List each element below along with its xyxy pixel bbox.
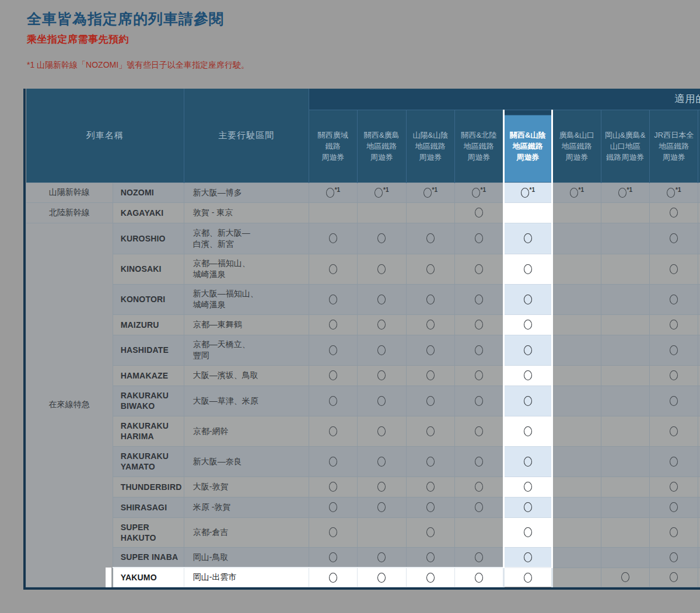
available-circle-icon — [524, 527, 532, 537]
pass-cell — [406, 386, 454, 416]
pass-cell — [503, 477, 552, 497]
pass-cell — [650, 314, 698, 335]
note-ref-mark: *1 — [676, 187, 681, 193]
category-cell: 北陸新幹線 — [26, 202, 113, 223]
available-circle-icon — [475, 396, 483, 406]
row-highlight-glow — [106, 568, 111, 587]
train-name-cell: NOZOMI — [113, 183, 184, 202]
available-circle-icon — [426, 426, 435, 436]
pass-cell — [406, 314, 454, 335]
pass-column-header[interactable]: 岡山&廣島&山口地區鐵路周遊券 — [601, 110, 649, 183]
available-circle-icon — [329, 295, 337, 304]
table-row: RAKURAKUBIWAKO大阪—草津、米原 — [26, 386, 700, 416]
pass-cell — [406, 202, 454, 223]
available-circle-icon — [377, 573, 386, 583]
available-circle-icon — [472, 188, 480, 198]
page-subtitle: 乘坐指定席需事先預約 — [27, 33, 129, 46]
pass-cell — [552, 477, 601, 497]
pass-cell — [601, 223, 649, 254]
available-circle-icon — [426, 264, 435, 274]
note-ref-mark: *1 — [383, 187, 388, 193]
available-circle-icon — [524, 295, 532, 304]
note-ref-mark: *1 — [579, 187, 584, 193]
pass-cell — [601, 284, 649, 314]
table-row: SUPER INABA岡山-鳥取 — [26, 547, 700, 568]
pass-cell — [455, 446, 503, 477]
pass-cell — [309, 202, 357, 223]
available-circle-icon — [377, 233, 386, 243]
available-circle-icon — [475, 295, 483, 304]
route-cell: 京都—福知山、城崎溫泉 — [184, 254, 309, 284]
train-name-cell: KONOTORI — [113, 284, 184, 314]
pass-cell — [503, 314, 552, 335]
pass-cell — [552, 497, 601, 517]
available-circle-icon — [524, 502, 532, 512]
available-circle-icon — [426, 370, 435, 380]
pass-cell — [503, 223, 552, 254]
available-circle-icon — [670, 233, 678, 243]
pass-cell — [309, 446, 357, 477]
pass-column-header-active[interactable]: 關西&山陰地區鐵路周遊券 — [503, 110, 552, 183]
table-row: MAIZURU京都—東舞鶴 — [26, 314, 700, 335]
available-circle-icon — [426, 320, 435, 330]
table-row: RAKURAKUYAMATO新大阪—奈良 — [26, 446, 700, 477]
pass-column-header[interactable]: JR西日本全地區鐵路周遊券 — [650, 110, 698, 183]
available-circle-icon — [426, 233, 435, 243]
route-cell: 大阪-敦賀 — [184, 477, 309, 497]
available-circle-icon — [670, 572, 678, 582]
available-circle-icon — [670, 426, 678, 436]
footnote-text: *1 山陽新幹線「NOZOMI」號有些日子以全車指定座席行駛。 — [27, 60, 249, 71]
pass-cell — [552, 386, 601, 416]
table-row: 山陽新幹線NOZOMI新大阪—博多*1*1*1*1*1*1*1*1 — [26, 183, 700, 202]
pass-cell — [309, 335, 357, 365]
pass-cell — [455, 254, 503, 284]
pass-cell — [601, 477, 649, 497]
table-row: HASHIDATE京都—天橋立、豐岡 — [26, 335, 700, 365]
pass-cell — [503, 335, 552, 365]
train-name-cell: THUNDERBIRD — [113, 477, 184, 497]
table-row: SUPERHAKUTO京都-倉吉 — [26, 517, 700, 547]
available-circle-icon — [329, 320, 337, 330]
pass-column-header[interactable]: 關西&廣島地區鐵路周遊券 — [358, 110, 406, 183]
pass-cell — [309, 365, 357, 386]
pass-cell — [406, 335, 454, 365]
route-cell: 大阪—濱坂、鳥取 — [184, 365, 309, 386]
train-name-cell: SUPERHAKUTO — [113, 517, 184, 547]
available-circle-icon — [377, 502, 386, 512]
available-circle-icon — [326, 188, 334, 198]
pass-column-header[interactable]: 廣島&山口地區鐵路周遊券 — [552, 110, 601, 183]
pass-cell — [406, 254, 454, 284]
note-ref-mark: *1 — [481, 187, 486, 193]
pass-cell — [406, 497, 454, 517]
table-row: YAKUMO岡山-出雲市 — [26, 568, 700, 587]
available-circle-icon — [329, 502, 337, 512]
available-circle-icon — [377, 320, 386, 330]
pass-column-header[interactable]: 關西&北陸地區鐵路周遊券 — [455, 110, 503, 183]
available-circle-icon — [329, 457, 337, 467]
available-circle-icon — [377, 264, 386, 274]
available-circle-icon — [524, 345, 532, 355]
available-circle-icon — [377, 482, 386, 492]
train-name-cell: SHIRASAGI — [113, 497, 184, 517]
pass-cell — [552, 416, 601, 446]
pass-cell — [358, 416, 406, 446]
route-cell: 岡山-出雲市 — [184, 568, 309, 587]
route-cell: 米原 -敦賀 — [184, 497, 309, 517]
table-row: 北陸新幹線KAGAYAKI敦賀 - 東京 — [26, 202, 700, 223]
pass-cell — [309, 254, 357, 284]
available-circle-icon — [670, 482, 678, 492]
pass-column-header[interactable]: 山陽&山陰地區鐵路周遊券 — [406, 110, 454, 183]
pass-cell — [406, 446, 454, 477]
pass-cell — [309, 416, 357, 446]
note-ref-mark: *1 — [432, 187, 438, 193]
pass-cell — [358, 365, 406, 386]
category-cell: 山陽新幹線 — [26, 183, 113, 202]
available-circle-icon — [377, 295, 386, 304]
train-name-cell: KINOSAKI — [113, 254, 184, 284]
pass-column-header[interactable]: 關西廣域鐵路周遊券 — [309, 110, 357, 183]
pass-cell — [455, 497, 503, 517]
available-circle-icon — [524, 573, 532, 583]
pass-cell — [309, 223, 357, 254]
pass-cell — [650, 365, 698, 386]
pass-cell — [601, 335, 649, 365]
